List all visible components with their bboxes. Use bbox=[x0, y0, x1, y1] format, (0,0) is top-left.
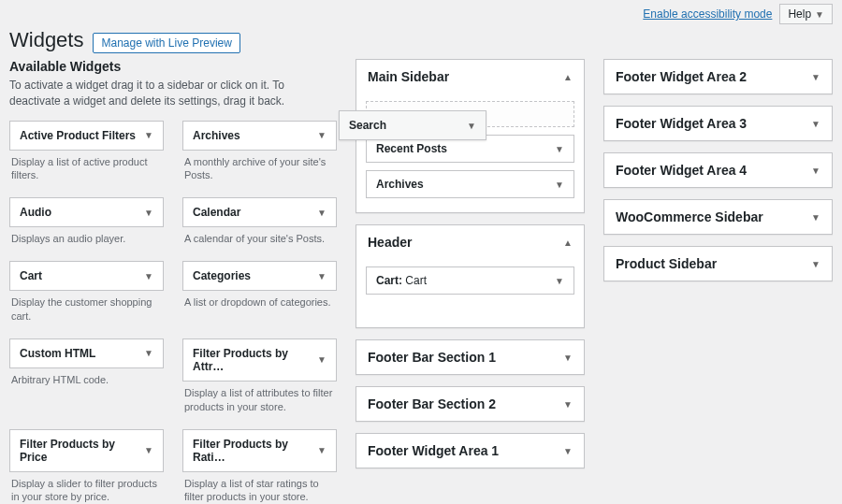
available-widgets-desc: To activate a widget drag it to a sideba… bbox=[9, 78, 337, 109]
sidebar-area-collapsed: Footer Widget Area 3 bbox=[603, 106, 833, 141]
available-widget[interactable]: Custom HTML bbox=[9, 338, 164, 368]
chevron-down-icon bbox=[555, 180, 564, 190]
available-widget-label: Active Product Filters bbox=[20, 129, 136, 142]
placed-widget-label: Cart: Cart bbox=[376, 274, 427, 287]
sidebar-area-header-title: Header bbox=[368, 235, 412, 250]
available-widget-label: Categories bbox=[193, 269, 251, 282]
chevron-down-icon bbox=[317, 354, 327, 365]
chevron-down-icon bbox=[144, 208, 153, 218]
dragging-widget-search[interactable]: Search bbox=[339, 110, 486, 140]
chevron-down-icon bbox=[563, 399, 573, 410]
chevron-down-icon bbox=[811, 119, 820, 129]
chevron-down-icon bbox=[144, 271, 153, 281]
chevron-down-icon bbox=[144, 445, 153, 455]
sidebar-area-collapsed: Product Sidebar bbox=[603, 246, 833, 281]
enable-accessibility-link[interactable]: Enable accessibility mode bbox=[643, 7, 772, 21]
sidebar-area-collapsed: Footer Widget Area 1 bbox=[356, 433, 585, 468]
placed-widget[interactable]: Cart: Cart bbox=[366, 266, 574, 295]
sidebar-area-collapsed-header[interactable]: Footer Widget Area 1 bbox=[356, 434, 584, 468]
sidebar-area-collapsed-header[interactable]: Footer Widget Area 4 bbox=[604, 153, 832, 187]
chevron-up-icon bbox=[563, 72, 573, 82]
available-widget-desc: A list or dropdown of categories. bbox=[182, 291, 337, 319]
chevron-down-icon bbox=[815, 9, 824, 20]
dragging-widget-label: Search bbox=[349, 119, 386, 132]
available-widget-desc: Display a slider to filter products in y… bbox=[9, 472, 164, 505]
available-widget[interactable]: Filter Products by Rati… bbox=[182, 429, 337, 472]
chevron-down-icon bbox=[555, 144, 564, 154]
sidebar-area-collapsed: Footer Widget Area 2 bbox=[603, 59, 833, 94]
available-widget[interactable]: Audio bbox=[9, 197, 164, 227]
available-widget[interactable]: Cart bbox=[9, 261, 164, 291]
available-widget-desc: Display the customer shopping cart. bbox=[9, 291, 164, 333]
page-title: Widgets bbox=[9, 28, 83, 52]
available-widget-label: Archives bbox=[193, 129, 240, 142]
chevron-down-icon bbox=[467, 121, 476, 131]
sidebar-area-collapsed-header[interactable]: WooCommerce Sidebar bbox=[604, 200, 832, 234]
sidebar-area-title: Footer Widget Area 4 bbox=[616, 163, 747, 178]
available-widget-desc: Display a list of active product filters… bbox=[9, 151, 164, 193]
available-widget-label: Filter Products by Rati… bbox=[193, 438, 317, 464]
sidebar-area-collapsed: Footer Bar Section 2 bbox=[356, 386, 585, 422]
sidebar-area-main-title: Main Sidebar bbox=[368, 69, 449, 84]
sidebar-area-title: Footer Bar Section 2 bbox=[368, 396, 496, 411]
available-widget[interactable]: Filter Products by Price bbox=[9, 429, 164, 472]
available-widget-label: Calendar bbox=[193, 206, 240, 219]
available-widget[interactable]: Calendar bbox=[182, 197, 337, 227]
sidebar-area-collapsed-header[interactable]: Footer Widget Area 2 bbox=[604, 60, 832, 94]
manage-live-preview-button[interactable]: Manage with Live Preview bbox=[93, 33, 240, 53]
chevron-down-icon bbox=[811, 72, 820, 82]
sidebar-area-collapsed-header[interactable]: Footer Bar Section 2 bbox=[356, 387, 584, 421]
chevron-down-icon bbox=[317, 208, 327, 218]
chevron-down-icon bbox=[317, 271, 327, 281]
available-widget-label: Cart bbox=[20, 269, 42, 282]
sidebar-area-header: Header Cart: Cart bbox=[356, 224, 585, 328]
sidebar-area-title: WooCommerce Sidebar bbox=[616, 209, 763, 224]
sidebar-area-collapsed: WooCommerce Sidebar bbox=[603, 199, 833, 235]
chevron-down-icon bbox=[317, 130, 327, 140]
sidebar-area-collapsed-header[interactable]: Footer Bar Section 1 bbox=[356, 340, 584, 374]
sidebar-area-collapsed-header[interactable]: Product Sidebar bbox=[604, 247, 832, 281]
sidebar-area-header-header[interactable]: Header bbox=[356, 225, 584, 259]
available-widget-desc: A monthly archive of your site's Posts. bbox=[182, 151, 337, 193]
available-widget-desc: Display a list of attributes to filter p… bbox=[182, 382, 337, 424]
sidebar-area-title: Footer Widget Area 1 bbox=[368, 443, 499, 458]
available-widget-label: Audio bbox=[20, 206, 51, 219]
sidebar-area-collapsed: Footer Bar Section 1 bbox=[356, 339, 585, 375]
sidebar-area-title: Footer Widget Area 3 bbox=[616, 116, 747, 131]
available-widget-desc: Display a list of star ratings to filter… bbox=[182, 472, 337, 505]
available-widget[interactable]: Filter Products by Attr… bbox=[182, 338, 337, 382]
placed-widget-label: Recent Posts bbox=[376, 142, 447, 155]
available-widget-desc: Arbitrary HTML code. bbox=[9, 368, 164, 396]
available-widget-desc: A calendar of your site's Posts. bbox=[182, 227, 337, 255]
chevron-down-icon bbox=[144, 130, 153, 140]
chevron-down-icon bbox=[563, 353, 573, 363]
chevron-down-icon bbox=[555, 276, 564, 286]
available-widgets-heading: Available Widgets bbox=[9, 59, 337, 74]
chevron-down-icon bbox=[811, 212, 820, 223]
chevron-up-icon bbox=[563, 238, 573, 248]
chevron-down-icon bbox=[317, 445, 327, 455]
available-widget[interactable]: Categories bbox=[182, 261, 337, 291]
chevron-down-icon bbox=[144, 348, 153, 358]
placed-widget[interactable]: Archives bbox=[366, 170, 574, 198]
available-widget[interactable]: Active Product Filters bbox=[9, 121, 164, 151]
chevron-down-icon bbox=[563, 446, 573, 456]
available-widget-label: Filter Products by Attr… bbox=[193, 347, 317, 373]
available-widget-label: Custom HTML bbox=[20, 347, 95, 360]
available-widget[interactable]: Archives bbox=[182, 121, 337, 151]
placed-widget-label: Archives bbox=[376, 178, 424, 191]
sidebar-area-title: Footer Bar Section 1 bbox=[368, 350, 496, 365]
sidebar-area-collapsed: Footer Widget Area 4 bbox=[603, 152, 833, 188]
sidebar-area-title: Footer Widget Area 2 bbox=[616, 69, 747, 84]
chevron-down-icon bbox=[811, 259, 820, 269]
sidebar-area-main-header[interactable]: Main Sidebar bbox=[356, 60, 584, 94]
help-label: Help bbox=[788, 7, 811, 21]
available-widget-label: Filter Products by Price bbox=[20, 438, 144, 464]
available-widget-desc: Displays an audio player. bbox=[9, 227, 164, 255]
sidebar-area-collapsed-header[interactable]: Footer Widget Area 3 bbox=[604, 107, 832, 140]
help-button[interactable]: Help bbox=[779, 4, 833, 24]
sidebar-area-title: Product Sidebar bbox=[616, 256, 717, 271]
chevron-down-icon bbox=[811, 166, 820, 176]
